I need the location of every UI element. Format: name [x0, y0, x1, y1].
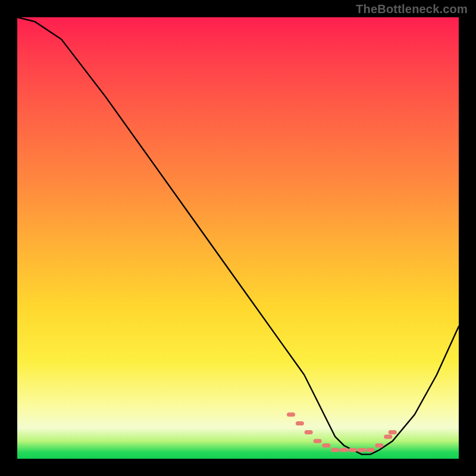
fit-marker [384, 434, 392, 439]
fit-marker [305, 430, 313, 434]
bottleneck-curve [17, 17, 459, 455]
fit-marker [389, 430, 397, 434]
chart-stage: TheBottleneck.com [0, 0, 476, 476]
fit-marker [349, 448, 357, 452]
fit-marker [322, 443, 330, 447]
curve-layer [17, 17, 459, 459]
fit-marker [314, 439, 322, 443]
fit-marker [358, 448, 366, 452]
fit-band-markers [287, 412, 397, 452]
fit-marker [296, 421, 304, 425]
fit-marker [331, 448, 339, 452]
fit-marker [287, 412, 295, 416]
plot-area [17, 17, 459, 459]
watermark-text: TheBottleneck.com [356, 2, 468, 16]
fit-marker [367, 448, 375, 452]
fit-marker [340, 448, 348, 452]
fit-marker [375, 443, 383, 447]
